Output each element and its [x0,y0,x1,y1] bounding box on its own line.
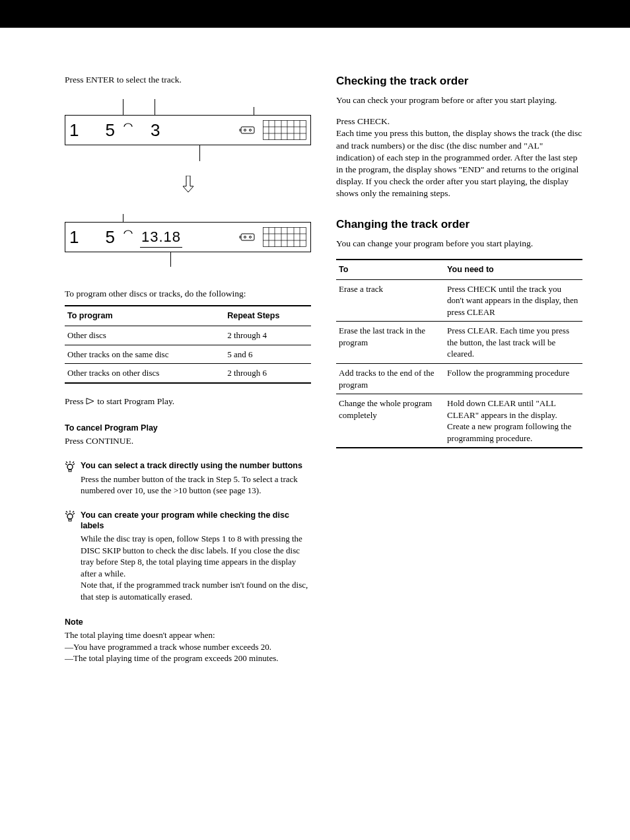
intro-text: Press ENTER to select the track. [65,74,311,86]
svg-point-31 [67,514,73,519]
cell: 2 through 6 [225,364,311,383]
calendar-grid [263,227,306,247]
left-column: Press ENTER to select the track. 1 5 3 [65,74,311,664]
cell: Hold down CLEAR until "ALL CLEAR" appear… [444,394,582,448]
col-header-you-need-to: You need to [444,260,582,279]
lcd-display-1: 1 5 3 [65,115,311,145]
changing-table: To You need to Erase a trackPress CHECK … [336,259,582,448]
table-row: Other tracks on the same disc5 and 6 [65,345,311,364]
cell: Follow the programming procedure [444,364,582,394]
play-icon [86,396,95,408]
svg-rect-25 [69,470,71,472]
cell: Erase the last track in the program [336,322,444,364]
cassette-icon [239,125,256,135]
cell: Erase a track [336,279,444,322]
svg-line-35 [73,513,75,514]
cell: Change the whole program completely [336,394,444,448]
disc-number-2: 1 [69,226,80,249]
svg-point-2 [250,129,252,131]
section-changing-intro: You can change your program before you s… [336,238,582,250]
cell: Press CHECK until the track you don't wa… [444,279,582,322]
cell: Other tracks on the same disc [65,345,225,364]
tip-2-title: You can create your program while checki… [81,510,311,532]
tip-bulb-icon [65,510,75,603]
calendar-grid [263,120,306,140]
cell: 2 through 4 [225,326,311,345]
table-row: Erase a trackPress CHECK until the track… [336,279,582,322]
time-display: 13.18 [140,227,182,248]
cassette-icon [239,232,256,242]
note-block: Note The total playing time doesn't appe… [65,617,311,664]
tip-bulb-icon [65,460,75,496]
tip-2-body: While the disc tray is open, follow Step… [81,533,311,602]
down-arrow-icon [65,176,311,195]
track-number-2: 5 [105,226,116,249]
program-intro: To program other discs or tracks, do the… [65,288,311,300]
tip-1-title: You can select a track directly using th… [81,460,311,471]
svg-rect-12 [241,234,254,240]
cell: Other tracks on other discs [65,364,225,383]
right-column: Checking the track order You can check y… [336,74,582,664]
cell: 5 and 6 [225,345,311,364]
col-header-repeat-steps: Repeat Steps [225,306,311,326]
table-row: Other tracks on other discs2 through 6 [65,364,311,383]
svg-rect-32 [69,519,71,521]
extra-number: 3 [151,119,161,142]
svg-rect-0 [241,127,254,133]
display-illustration: 1 5 3 [65,95,311,272]
section-checking-intro: You can check your program before or aft… [336,94,582,106]
spin-icon [123,227,133,236]
note-line: —The total playing time of the program e… [65,652,311,664]
table-row: Add tracks to the end of the programFoll… [336,364,582,394]
svg-point-14 [250,236,252,238]
svg-point-13 [244,236,246,238]
svg-line-37 [73,511,74,512]
table-row: Other discs2 through 4 [65,326,311,345]
cancel-body: Press CONTINUE. [65,435,311,447]
disc-number: 1 [69,119,80,142]
svg-point-24 [67,464,73,470]
cancel-title: To cancel Program Play [65,423,311,434]
svg-line-30 [73,462,74,463]
cell: Other discs [65,326,225,345]
page-content: Press ENTER to select the track. 1 5 3 [0,28,630,691]
svg-point-1 [244,129,246,131]
svg-line-27 [65,464,67,465]
svg-line-34 [65,513,67,514]
section-checking-body: Each time you press this button, the dis… [336,127,582,199]
spin-icon [123,120,133,129]
note-intro: The total playing time doesn't appear wh… [65,629,311,641]
cell: Add tracks to the end of the program [336,364,444,394]
svg-line-29 [66,462,67,463]
play-instruction: Press to start Program Play. [65,396,311,408]
svg-line-28 [73,464,75,465]
header-blackbar [0,0,630,28]
tip-1-body: Press the number button of the track in … [81,473,311,497]
lcd-display-2: 1 5 13.18 [65,222,311,252]
section-checking-title: Checking the track order [336,74,582,89]
program-table: To program Repeat Steps Other discs2 thr… [65,305,311,384]
section-changing-title: Changing the track order [336,217,582,232]
col-header-to: To [336,260,444,279]
tip-1: You can select a track directly using th… [65,460,311,496]
section-checking-sub: Press CHECK. [336,116,582,127]
svg-line-36 [66,511,67,512]
note-title: Note [65,617,311,628]
cell: Press CLEAR. Each time you press the but… [444,322,582,364]
note-line: —You have programmed a track whose numbe… [65,641,311,653]
table-row: Erase the last track in the programPress… [336,322,582,364]
tip-2: You can create your program while checki… [65,510,311,603]
col-header-to-program: To program [65,306,225,326]
table-row: Change the whole program completelyHold … [336,394,582,448]
track-number: 5 [105,119,116,142]
